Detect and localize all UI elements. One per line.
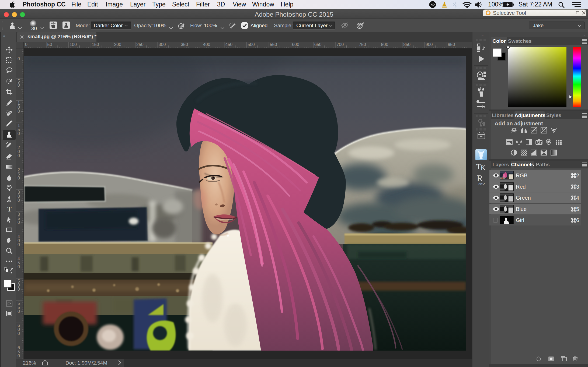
svg-text:T: T	[7, 206, 12, 213]
